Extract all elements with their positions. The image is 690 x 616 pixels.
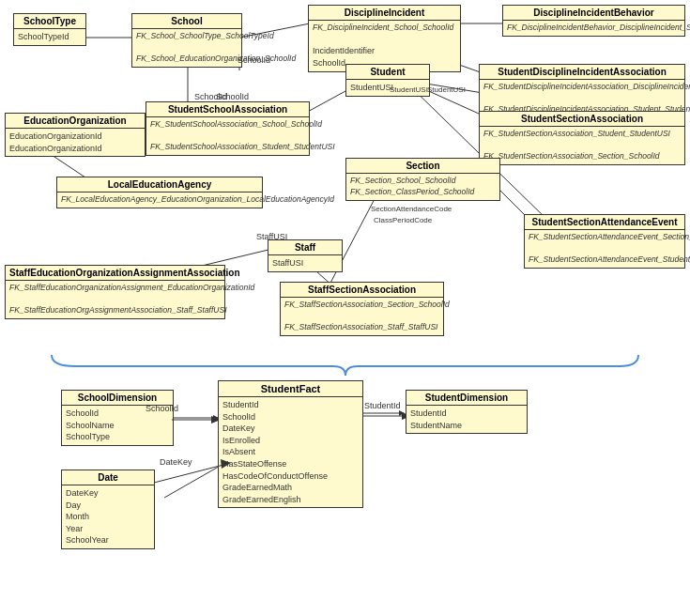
studentfact-entity: StudentFact StudentId SchoolId DateKey I… bbox=[218, 380, 363, 508]
ssa-header: StudentSchoolAssociation bbox=[146, 102, 309, 117]
date-header: Date bbox=[62, 470, 154, 485]
schooldim-field-2: SchoolType bbox=[66, 431, 169, 443]
studentschoolassociation-entity: StudentSchoolAssociation FK_StudentSchoo… bbox=[146, 101, 310, 156]
eo-field-1: EducationOrganizationId bbox=[9, 143, 141, 155]
stsec-field-0: FK_StaffSectionAssociation_Section_Schoo… bbox=[284, 300, 439, 311]
ssa-field-0: FK_StudentSchoolAssociation_School_Schoo… bbox=[150, 119, 305, 131]
studentsectionassociation-entity: StudentSectionAssociation FK_StudentSect… bbox=[479, 111, 685, 165]
section-entity: Section FK_Section_School_SchoolId FK_Se… bbox=[345, 158, 500, 201]
school-field-2: FK_School_EducationOrganization_SchoolId bbox=[136, 54, 238, 65]
sdia-field-0: FK_StudentDisciplineIncidentAssociation_… bbox=[483, 82, 681, 93]
schooltype-entity: SchoolType SchoolTypeId bbox=[13, 13, 86, 46]
ssa-field-2: FK_StudentSchoolAssociation_Student_Stud… bbox=[150, 142, 305, 153]
school-header: School bbox=[132, 14, 241, 29]
studentfact-header: StudentFact bbox=[219, 381, 362, 397]
studentsectionattendanceevent-entity: StudentSectionAttendanceEvent FK_Student… bbox=[524, 214, 685, 269]
studentdim-field-0: StudentId bbox=[410, 408, 523, 420]
seca-field-0: FK_StudentSectionAssociation_Student_Stu… bbox=[483, 129, 681, 140]
schoolid-label-1: SchoolId bbox=[238, 55, 270, 65]
disciplineincidentbehavior-entity: DisciplineIncidentBehavior FK_Discipline… bbox=[502, 5, 685, 37]
stsec-header: StaffSectionAssociation bbox=[281, 283, 443, 298]
disciplineincident-entity: DisciplineIncident FK_DisciplineIncident… bbox=[308, 5, 461, 72]
stsec-field-1 bbox=[284, 311, 439, 323]
sf-field-4: IsAbsent bbox=[222, 446, 359, 458]
date-field-1: Day bbox=[66, 500, 150, 512]
staff-header: Staff bbox=[268, 240, 342, 255]
eo-field-0: EducationOrganizationId bbox=[9, 131, 141, 143]
sf-field-8: GradeEarnedEnglish bbox=[222, 494, 359, 506]
lea-header: LocalEducationAgency bbox=[57, 177, 262, 192]
date-field-2: Month bbox=[66, 511, 150, 523]
di-field-0: FK_DisciplineIncident_School_SchoolId bbox=[313, 23, 456, 34]
student-header: Student bbox=[346, 65, 429, 80]
school-field-1 bbox=[136, 42, 238, 54]
schoolid-bottom-label: SchoolId bbox=[146, 404, 178, 413]
studentusi-label-2: StudentUSI bbox=[427, 85, 466, 94]
section-field-1: FK_Section_ClassPeriod_SchoolId bbox=[350, 187, 496, 198]
eo-header: EducationOrganization bbox=[6, 114, 145, 129]
schooldim-field-1: SchoolName bbox=[66, 420, 169, 432]
seoa-field-1 bbox=[9, 294, 221, 306]
studentdim-field-1: StudentName bbox=[410, 420, 523, 432]
staff-entity: Staff StaffUSI bbox=[268, 239, 343, 272]
schooltype-field-0: SchoolTypeId bbox=[18, 31, 82, 43]
sf-field-6: HasCodeOfConductOffense bbox=[222, 470, 359, 483]
svg-marker-25 bbox=[221, 459, 231, 469]
date-field-4: SchoolYear bbox=[66, 534, 150, 547]
date-arrow bbox=[154, 459, 234, 487]
section-field-0: FK_Section_School_SchoolId bbox=[350, 176, 496, 187]
staffedorgassign-entity: StaffEducationOrganizationAssignmentAsso… bbox=[5, 265, 225, 319]
date-field-3: Year bbox=[66, 523, 150, 535]
studentdim-header: StudentDimension bbox=[406, 391, 527, 406]
sf-field-1: SchoolId bbox=[222, 411, 359, 424]
di-field-1 bbox=[313, 34, 456, 46]
date-field-0: DateKey bbox=[66, 487, 150, 500]
staffsectionassociation-entity: StaffSectionAssociation FK_StaffSectionA… bbox=[280, 282, 444, 336]
school-entity: School FK_School_SchoolType_SchoolTypeId… bbox=[131, 13, 242, 68]
section-classcode-label: ClassPeriodCode bbox=[374, 216, 432, 224]
schooltype-header: SchoolType bbox=[14, 14, 85, 29]
seca-header: StudentSectionAssociation bbox=[480, 112, 684, 127]
studentusi-label-1: StudentUSI bbox=[390, 85, 428, 94]
seca-field-2: FK_StudentSectionAssociation_Section_Sch… bbox=[483, 151, 681, 162]
staff-field-0: StaffUSI bbox=[272, 257, 338, 270]
seoa-field-0: FK_StaffEducationOrganizationAssignment_… bbox=[9, 283, 221, 294]
ssae-field-1 bbox=[529, 243, 681, 255]
educationorganization-entity: EducationOrganization EducationOrganizat… bbox=[5, 113, 146, 157]
section-attendance-label: SectionAttendanceCode bbox=[371, 205, 452, 213]
ssae-field-2: FK_StudentSectionAttendanceEvent_Student… bbox=[529, 254, 681, 266]
ssa-field-1 bbox=[150, 131, 305, 143]
sf-field-5: HasStateOffense bbox=[222, 458, 359, 470]
ssae-field-0: FK_StudentSectionAttendanceEvent_Section… bbox=[529, 232, 681, 243]
sdia-field-1 bbox=[483, 93, 681, 105]
schooldim-arrow bbox=[172, 413, 223, 426]
stsec-field-2: FK_StaffSectionAssociation_Staff_StaffUS… bbox=[284, 322, 439, 333]
lea-field-0: FK_LocalEducationAgency_EducationOrganiz… bbox=[61, 194, 258, 206]
dib-field-0: FK_DisciplineIncidentBehavior_Discipline… bbox=[507, 23, 681, 34]
disciplineincident-header: DisciplineIncident bbox=[309, 6, 460, 21]
studentdimension-entity: StudentDimension StudentId StudentName bbox=[406, 390, 528, 434]
schoolid-label-3: SchoolId bbox=[216, 92, 249, 101]
sf-field-2: DateKey bbox=[222, 423, 359, 435]
sf-field-0: StudentId bbox=[222, 399, 359, 411]
svg-line-24 bbox=[154, 464, 227, 483]
seoa-field-2: FK_StaffEducationOrgAssignmentAssociatio… bbox=[9, 305, 221, 316]
seoa-header: StaffEducationOrganizationAssignmentAsso… bbox=[6, 266, 224, 281]
date-entity: Date DateKey Day Month Year SchoolYear bbox=[61, 470, 155, 549]
diagram-container: SchoolType SchoolTypeId School FK_School… bbox=[0, 0, 690, 616]
sf-field-7: GradeEarnedMath bbox=[222, 482, 359, 494]
di-field-2: IncidentIdentifier bbox=[313, 45, 456, 57]
schooldimension-entity: SchoolDimension SchoolId SchoolName Scho… bbox=[61, 390, 174, 446]
seca-field-1 bbox=[483, 140, 681, 152]
ssae-header: StudentSectionAttendanceEvent bbox=[525, 215, 684, 230]
sf-field-3: IsEnrolled bbox=[222, 435, 359, 447]
section-header: Section bbox=[346, 159, 499, 174]
school-field-0: FK_School_SchoolType_SchoolTypeId bbox=[136, 31, 238, 42]
sdia-header: StudentDisciplineIncidentAssociation bbox=[480, 65, 684, 80]
localeducationagency-entity: LocalEducationAgency FK_LocalEducationAg… bbox=[56, 177, 263, 208]
dib-header: DisciplineIncidentBehavior bbox=[503, 6, 684, 21]
